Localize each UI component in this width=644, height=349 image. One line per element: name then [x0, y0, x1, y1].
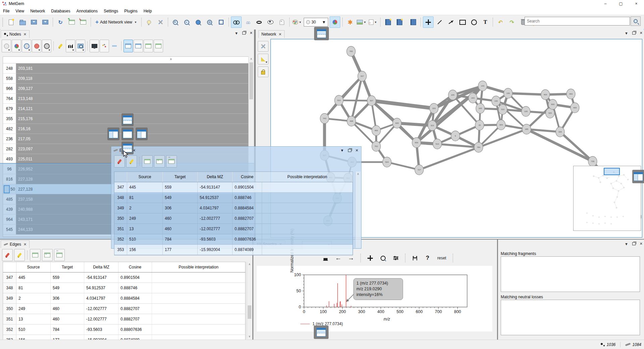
network-node[interactable]: 469 [566, 89, 575, 99]
subplot-settings-button[interactable] [391, 253, 401, 263]
table-fit-columns-button[interactable]: ↔ [166, 155, 177, 167]
pan-mode-button[interactable] [423, 16, 434, 28]
open-project-button[interactable] [17, 16, 28, 28]
edges-table-row[interactable]: 350249460-12.0027770.8882707 [3, 304, 245, 314]
draw-ellipse-button[interactable] [468, 16, 479, 28]
matching-dock-close-icon[interactable]: ✕ [640, 242, 643, 246]
matching-fragments-box[interactable] [501, 256, 640, 292]
network-node[interactable]: 309 [497, 120, 505, 130]
edges-table-row[interactable]: 34923064.03417970.8884584 [3, 293, 245, 304]
network-node[interactable]: 5 [451, 131, 460, 141]
tab-nodes[interactable]: Nodes✕ [1, 30, 30, 38]
dock-indicator-right[interactable] [632, 170, 644, 183]
network-node[interactable]: 205 [448, 90, 457, 100]
maximize-button[interactable]: ▢ [613, 0, 629, 7]
node-mz-cell[interactable]: 203,181 [16, 63, 249, 73]
network-node[interactable]: 762 [372, 141, 381, 151]
undo-button[interactable]: ↶ [495, 16, 506, 28]
column-header[interactable]: Possible interpretation [152, 262, 245, 272]
network-node[interactable]: 743 [320, 113, 329, 123]
draw-line-button[interactable] [434, 16, 445, 28]
edges-table-restore-button[interactable] [30, 249, 41, 261]
nodes-table-row[interactable]: 966209,127 [3, 84, 249, 94]
screenshot-button[interactable]: ▼ [76, 40, 85, 52]
pan-button[interactable] [365, 253, 375, 263]
spectrum-plot[interactable]: 0100200300400500600700800050100 Normaliz… [257, 266, 492, 332]
node-row-header[interactable]: 236 [3, 134, 16, 144]
network-node[interactable]: 765 [347, 46, 355, 56]
zoom-in-button[interactable]: + [170, 16, 181, 28]
lock-view-button[interactable] [258, 66, 268, 77]
network-edge[interactable] [479, 129, 527, 147]
network-node[interactable]: 605 [393, 118, 401, 128]
network-node[interactable]: 900 [548, 99, 557, 109]
settings-tools-button[interactable] [155, 16, 166, 28]
network-node[interactable]: 15 [475, 120, 484, 130]
floating-table-scrollbar[interactable]: ∧ [355, 171, 361, 248]
export-data-button[interactable]: ▼ [367, 16, 378, 28]
menu-file[interactable]: File [0, 8, 12, 14]
column-header[interactable]: Source [127, 172, 163, 182]
tab-edges-close-icon[interactable]: ✕ [23, 242, 27, 247]
tab-edges[interactable]: Edges✕ [1, 240, 30, 248]
matching-dock-float-icon[interactable] [632, 242, 636, 245]
redo-button[interactable]: ↷ [506, 16, 517, 28]
nodes-table-row[interactable]: 248203,181 [3, 63, 249, 73]
node-row-header[interactable]: 764 [3, 94, 16, 104]
network-edge[interactable] [339, 100, 371, 101]
reset-button[interactable]: reset [435, 255, 448, 261]
show-neighbors-button[interactable]: ⌂⌂ [242, 16, 253, 28]
column-header[interactable]: Target [51, 262, 84, 272]
network-node[interactable]: 323 [428, 120, 437, 131]
network-node[interactable]: 333 [430, 103, 438, 113]
network-node[interactable]: 498 [347, 116, 356, 126]
import-group-mapping-button[interactable]: ↳ [78, 16, 89, 28]
network-layout-button[interactable] [345, 16, 355, 28]
network-node[interactable]: 510 [433, 139, 442, 149]
node-row-header[interactable]: 355 [3, 114, 16, 124]
tab-network-close-icon[interactable]: ✕ [279, 32, 282, 37]
menu-settings[interactable]: Settings [101, 8, 121, 14]
column-header[interactable]: Target [163, 172, 198, 182]
tab-nodes-close-icon[interactable]: ✕ [23, 32, 27, 37]
edges-table-row[interactable]: 35113460-12.0027770.8882707 [3, 314, 245, 325]
nodes-dock-float-icon[interactable] [242, 32, 246, 35]
pie-chart-toggle-button[interactable] [330, 16, 340, 28]
node-ring-mapping-button[interactable]: ▼ [22, 40, 31, 52]
tab-network[interactable]: Network✕ [258, 30, 285, 38]
network-node[interactable]: 310 [498, 104, 507, 114]
network-node[interactable]: 307 [367, 96, 376, 106]
menu-help[interactable]: Help [141, 8, 155, 14]
edges-table-row[interactable]: 3488154954.9125370.888746 [3, 283, 245, 293]
network-dock-close-icon[interactable]: ✕ [640, 31, 643, 35]
nodes-table-header[interactable]: ∧ [3, 57, 249, 63]
draw-text-button[interactable]: T [480, 16, 491, 28]
nodes-table-row[interactable]: 679214,121 [3, 104, 249, 114]
table-fit-rows-button[interactable] [144, 40, 153, 52]
node-row-header[interactable]: 248 [3, 63, 16, 73]
node-row-header[interactable]: 966 [3, 84, 16, 94]
network-node[interactable]: 910 [335, 95, 343, 105]
float-dock-restore-icon[interactable] [348, 149, 351, 152]
add-network-view-button[interactable]: + Add Network view ▼ [93, 16, 139, 28]
nodes-dock-menu-icon[interactable]: ▼ [235, 31, 238, 35]
network-node[interactable]: 735 [588, 156, 597, 166]
close-button[interactable]: × [629, 0, 644, 7]
network-node[interactable]: 136 [504, 88, 512, 98]
matching-neutral-losses-box[interactable] [501, 300, 640, 335]
node-mz-cell[interactable]: 209,127 [16, 84, 249, 94]
fullscreen-button[interactable] [216, 16, 227, 28]
show-items-button[interactable] [265, 16, 276, 28]
save-project-button[interactable] [29, 16, 39, 28]
column-header[interactable]: Cosine [118, 262, 152, 272]
scatter-view-button[interactable] [100, 40, 109, 52]
edges-table-row[interactable]: 347445559-54.9131470.8901504 [3, 272, 245, 283]
node-size-mapping-button[interactable]: ▼ [2, 40, 11, 52]
node-row-header[interactable]: 493 [3, 154, 16, 164]
hide-items-button[interactable] [254, 16, 264, 28]
zoom-rect-button[interactable] [378, 253, 388, 263]
edges-table-scrollbar[interactable]: ∧ ∨ [247, 262, 252, 339]
node-mz-cell[interactable]: 213,148 [16, 94, 249, 104]
highlight-nodes-button[interactable] [56, 40, 65, 52]
column-header[interactable]: Possible interpretation [262, 172, 353, 182]
